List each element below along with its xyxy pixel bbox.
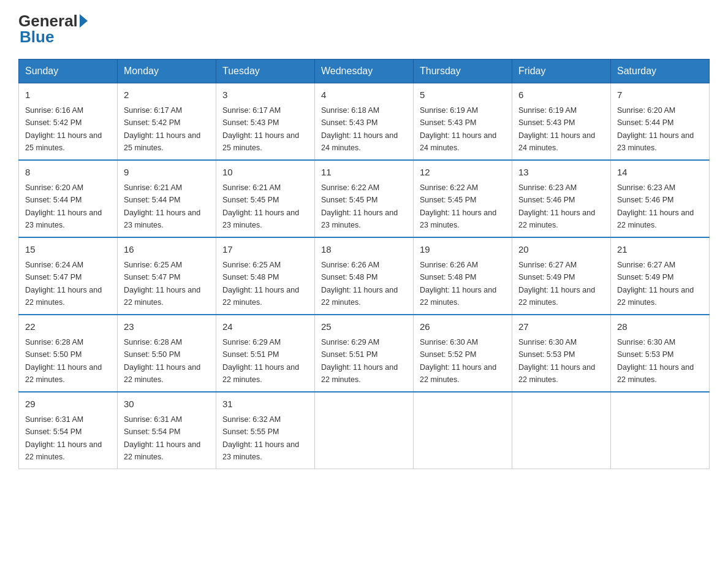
day-info: Sunrise: 6:29 AMSunset: 5:51 PMDaylight:… <box>222 338 299 384</box>
day-info: Sunrise: 6:23 AMSunset: 5:46 PMDaylight:… <box>617 183 694 229</box>
weekday-header-sunday: Sunday <box>19 59 118 83</box>
day-info: Sunrise: 6:20 AMSunset: 5:44 PMDaylight:… <box>25 183 102 229</box>
calendar-cell: 3 Sunrise: 6:17 AMSunset: 5:43 PMDayligh… <box>216 83 315 160</box>
calendar-cell: 11 Sunrise: 6:22 AMSunset: 5:45 PMDaylig… <box>315 160 414 237</box>
day-info: Sunrise: 6:26 AMSunset: 5:48 PMDaylight:… <box>420 261 496 307</box>
logo-arrow-icon <box>80 14 88 28</box>
day-info: Sunrise: 6:19 AMSunset: 5:43 PMDaylight:… <box>420 106 496 152</box>
weekday-header-monday: Monday <box>118 59 216 83</box>
day-info: Sunrise: 6:30 AMSunset: 5:52 PMDaylight:… <box>420 338 496 384</box>
calendar-cell: 22 Sunrise: 6:28 AMSunset: 5:50 PMDaylig… <box>19 315 118 392</box>
day-number: 20 <box>518 243 604 257</box>
weekday-header-saturday: Saturday <box>611 59 710 83</box>
day-info: Sunrise: 6:30 AMSunset: 5:53 PMDaylight:… <box>518 338 595 384</box>
day-info: Sunrise: 6:25 AMSunset: 5:47 PMDaylight:… <box>124 261 200 307</box>
day-number: 19 <box>420 243 506 257</box>
calendar-cell <box>315 392 414 469</box>
calendar-cell: 7 Sunrise: 6:20 AMSunset: 5:44 PMDayligh… <box>611 83 710 160</box>
calendar-cell: 28 Sunrise: 6:30 AMSunset: 5:53 PMDaylig… <box>611 315 710 392</box>
week-row-3: 15 Sunrise: 6:24 AMSunset: 5:47 PMDaylig… <box>19 237 710 315</box>
calendar-cell: 4 Sunrise: 6:18 AMSunset: 5:43 PMDayligh… <box>315 83 414 160</box>
calendar-cell: 29 Sunrise: 6:31 AMSunset: 5:54 PMDaylig… <box>19 392 118 469</box>
day-number: 22 <box>25 320 111 334</box>
day-number: 29 <box>25 397 111 412</box>
day-info: Sunrise: 6:32 AMSunset: 5:55 PMDaylight:… <box>222 415 299 461</box>
day-number: 7 <box>617 88 703 102</box>
page-header: General Blue <box>18 12 710 47</box>
day-info: Sunrise: 6:23 AMSunset: 5:46 PMDaylight:… <box>518 183 595 229</box>
day-info: Sunrise: 6:20 AMSunset: 5:44 PMDaylight:… <box>617 106 694 152</box>
day-number: 5 <box>420 88 506 102</box>
day-number: 9 <box>124 166 210 180</box>
day-number: 25 <box>321 320 407 334</box>
day-number: 14 <box>617 166 703 180</box>
calendar-cell <box>512 392 611 469</box>
logo-blue-text: Blue <box>18 28 54 47</box>
calendar-cell: 2 Sunrise: 6:17 AMSunset: 5:42 PMDayligh… <box>118 83 216 160</box>
day-info: Sunrise: 6:30 AMSunset: 5:53 PMDaylight:… <box>617 338 694 384</box>
day-info: Sunrise: 6:29 AMSunset: 5:51 PMDaylight:… <box>321 338 398 384</box>
day-info: Sunrise: 6:28 AMSunset: 5:50 PMDaylight:… <box>25 338 102 384</box>
day-number: 8 <box>25 166 111 180</box>
day-number: 13 <box>518 166 604 180</box>
weekday-header-wednesday: Wednesday <box>315 59 414 83</box>
week-row-5: 29 Sunrise: 6:31 AMSunset: 5:54 PMDaylig… <box>19 392 710 469</box>
calendar-cell: 20 Sunrise: 6:27 AMSunset: 5:49 PMDaylig… <box>512 237 611 315</box>
calendar-cell: 21 Sunrise: 6:27 AMSunset: 5:49 PMDaylig… <box>611 237 710 315</box>
week-row-4: 22 Sunrise: 6:28 AMSunset: 5:50 PMDaylig… <box>19 315 710 392</box>
calendar-cell: 9 Sunrise: 6:21 AMSunset: 5:44 PMDayligh… <box>118 160 216 237</box>
calendar-cell: 12 Sunrise: 6:22 AMSunset: 5:45 PMDaylig… <box>414 160 512 237</box>
week-row-2: 8 Sunrise: 6:20 AMSunset: 5:44 PMDayligh… <box>19 160 710 237</box>
day-number: 28 <box>617 320 703 334</box>
calendar-cell: 30 Sunrise: 6:31 AMSunset: 5:54 PMDaylig… <box>118 392 216 469</box>
day-number: 17 <box>222 243 308 257</box>
week-row-1: 1 Sunrise: 6:16 AMSunset: 5:42 PMDayligh… <box>19 83 710 160</box>
day-number: 4 <box>321 88 407 102</box>
day-info: Sunrise: 6:16 AMSunset: 5:42 PMDaylight:… <box>25 106 102 152</box>
day-number: 30 <box>124 397 210 412</box>
calendar-cell: 6 Sunrise: 6:19 AMSunset: 5:43 PMDayligh… <box>512 83 611 160</box>
day-info: Sunrise: 6:19 AMSunset: 5:43 PMDaylight:… <box>518 106 595 152</box>
day-number: 18 <box>321 243 407 257</box>
day-number: 15 <box>25 243 111 257</box>
day-number: 10 <box>222 166 308 180</box>
weekday-header-thursday: Thursday <box>414 59 512 83</box>
day-info: Sunrise: 6:21 AMSunset: 5:45 PMDaylight:… <box>222 183 299 229</box>
day-number: 11 <box>321 166 407 180</box>
day-number: 1 <box>25 88 111 102</box>
calendar-cell: 24 Sunrise: 6:29 AMSunset: 5:51 PMDaylig… <box>216 315 315 392</box>
day-number: 26 <box>420 320 506 334</box>
calendar-cell: 19 Sunrise: 6:26 AMSunset: 5:48 PMDaylig… <box>414 237 512 315</box>
day-number: 6 <box>518 88 604 102</box>
day-info: Sunrise: 6:18 AMSunset: 5:43 PMDaylight:… <box>321 106 398 152</box>
day-info: Sunrise: 6:21 AMSunset: 5:44 PMDaylight:… <box>124 183 200 229</box>
calendar-body: 1 Sunrise: 6:16 AMSunset: 5:42 PMDayligh… <box>19 83 710 469</box>
day-info: Sunrise: 6:31 AMSunset: 5:54 PMDaylight:… <box>25 415 102 461</box>
calendar-table: SundayMondayTuesdayWednesdayThursdayFrid… <box>18 59 710 469</box>
day-number: 12 <box>420 166 506 180</box>
day-number: 2 <box>124 88 210 102</box>
calendar-cell: 14 Sunrise: 6:23 AMSunset: 5:46 PMDaylig… <box>611 160 710 237</box>
calendar-cell: 27 Sunrise: 6:30 AMSunset: 5:53 PMDaylig… <box>512 315 611 392</box>
calendar-cell: 16 Sunrise: 6:25 AMSunset: 5:47 PMDaylig… <box>118 237 216 315</box>
calendar-cell: 18 Sunrise: 6:26 AMSunset: 5:48 PMDaylig… <box>315 237 414 315</box>
day-info: Sunrise: 6:28 AMSunset: 5:50 PMDaylight:… <box>124 338 200 384</box>
calendar-cell: 26 Sunrise: 6:30 AMSunset: 5:52 PMDaylig… <box>414 315 512 392</box>
weekday-header-tuesday: Tuesday <box>216 59 315 83</box>
calendar-cell: 25 Sunrise: 6:29 AMSunset: 5:51 PMDaylig… <box>315 315 414 392</box>
calendar-cell: 31 Sunrise: 6:32 AMSunset: 5:55 PMDaylig… <box>216 392 315 469</box>
day-number: 16 <box>124 243 210 257</box>
day-number: 31 <box>222 397 308 412</box>
calendar-cell: 10 Sunrise: 6:21 AMSunset: 5:45 PMDaylig… <box>216 160 315 237</box>
day-number: 23 <box>124 320 210 334</box>
calendar-cell: 17 Sunrise: 6:25 AMSunset: 5:48 PMDaylig… <box>216 237 315 315</box>
logo: General Blue <box>18 12 88 47</box>
day-info: Sunrise: 6:31 AMSunset: 5:54 PMDaylight:… <box>124 415 200 461</box>
calendar-cell: 23 Sunrise: 6:28 AMSunset: 5:50 PMDaylig… <box>118 315 216 392</box>
calendar-cell: 15 Sunrise: 6:24 AMSunset: 5:47 PMDaylig… <box>19 237 118 315</box>
day-info: Sunrise: 6:17 AMSunset: 5:43 PMDaylight:… <box>222 106 299 152</box>
day-info: Sunrise: 6:27 AMSunset: 5:49 PMDaylight:… <box>617 261 694 307</box>
calendar-header-row: SundayMondayTuesdayWednesdayThursdayFrid… <box>19 59 710 83</box>
day-info: Sunrise: 6:24 AMSunset: 5:47 PMDaylight:… <box>25 261 102 307</box>
weekday-header-friday: Friday <box>512 59 611 83</box>
